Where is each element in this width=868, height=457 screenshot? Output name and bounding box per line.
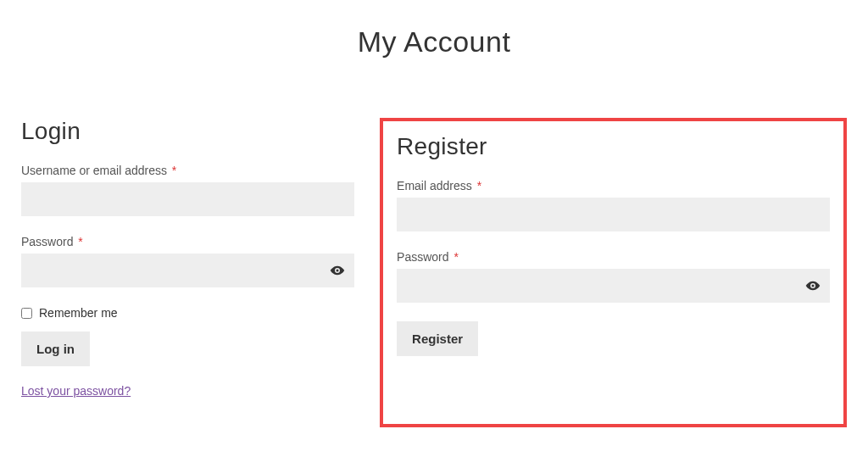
login-username-input[interactable] [21, 182, 354, 216]
required-mark: * [78, 235, 82, 248]
eye-icon[interactable] [804, 277, 821, 294]
login-heading: Login [21, 118, 354, 145]
register-password-label: Password * [397, 250, 830, 264]
login-password-label: Password * [21, 235, 354, 248]
login-username-label: Username or email address * [21, 164, 354, 177]
register-password-input[interactable] [397, 269, 830, 303]
page-title: My Account [21, 25, 847, 59]
lost-password-link[interactable]: Lost your password? [21, 384, 131, 398]
register-button[interactable]: Register [397, 321, 478, 356]
login-button[interactable]: Log in [21, 332, 90, 366]
register-email-label: Email address * [397, 179, 830, 192]
remember-me-checkbox[interactable] [21, 308, 32, 319]
login-username-label-text: Username or email address [21, 164, 167, 177]
required-mark: * [453, 250, 458, 264]
required-mark: * [172, 164, 176, 177]
register-email-label-text: Email address [397, 179, 472, 192]
login-password-input[interactable] [21, 254, 354, 287]
remember-me-label: Remember me [39, 306, 118, 320]
login-panel: Login Username or email address * Passwo… [21, 118, 354, 427]
register-email-input[interactable] [397, 198, 830, 231]
required-mark: * [477, 179, 481, 192]
register-password-label-text: Password [397, 250, 448, 264]
register-heading: Register [397, 133, 830, 160]
login-password-label-text: Password [21, 235, 73, 248]
eye-icon[interactable] [329, 262, 346, 279]
register-panel: Register Email address * Password * Regi… [380, 118, 847, 427]
